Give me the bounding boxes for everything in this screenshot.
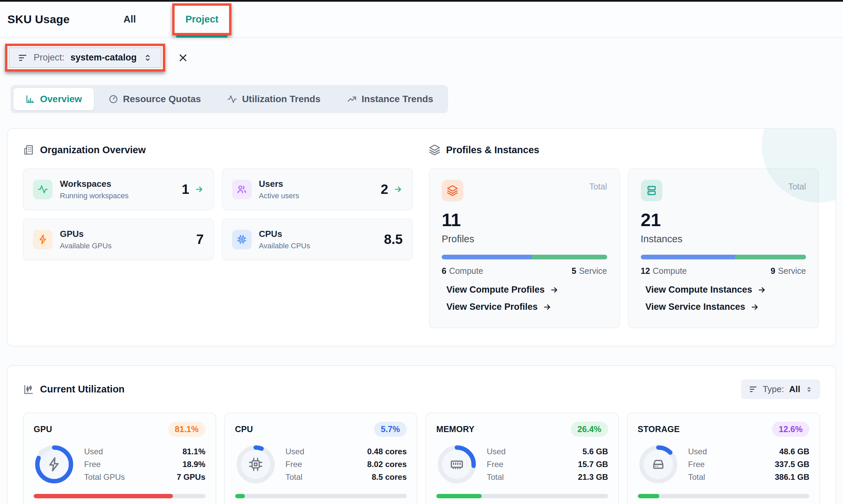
compute-segment <box>641 255 735 259</box>
project-filter-select[interactable]: Project: system-catalog <box>9 47 161 68</box>
profiles-count: 11 <box>442 209 607 230</box>
project-filter-value: system-catalog <box>71 52 137 63</box>
view-compute-profiles-link[interactable]: View Compute Profiles <box>446 285 607 295</box>
view-service-profiles-link[interactable]: View Service Profiles <box>446 302 607 312</box>
stat-value: 0.48 cores <box>367 447 407 456</box>
instances-count: 21 <box>641 209 806 230</box>
cpu-percent-badge: 5.7% <box>374 422 407 437</box>
gpu-ring-chart <box>34 444 75 485</box>
stat-value: 337.5 GB <box>775 460 809 469</box>
service-number: 5 <box>571 266 576 275</box>
layers-icon <box>447 185 458 196</box>
instances-icon-badge <box>641 180 663 201</box>
filter-icon <box>749 385 758 394</box>
hard-drive-icon <box>651 457 666 472</box>
workspaces-text: Workspaces Running workspaces <box>60 179 182 200</box>
current-utilization-card: Current Utilization Type: All GPU 81.1% <box>7 365 836 504</box>
gpus-icon-badge <box>33 230 52 249</box>
stat-value: 7 GPUs <box>177 472 205 482</box>
workspaces-icon-badge <box>33 180 52 199</box>
profiles-label: Profiles <box>442 234 607 245</box>
gpu-utilization-bar <box>34 494 206 498</box>
tab-resource-quotas-label: Resource Quotas <box>123 94 201 105</box>
view-service-instances-label: View Service Instances <box>646 302 745 312</box>
service-segment <box>735 255 806 259</box>
stat-row: Total21.3 GB <box>487 472 608 482</box>
users-desc: Active users <box>259 192 381 200</box>
instances-label: Instances <box>641 234 806 245</box>
arrow-right-icon <box>550 286 559 294</box>
tab-resource-quotas[interactable]: Resource Quotas <box>97 88 213 110</box>
instances-links: View Compute Instances View Service Inst… <box>646 285 806 312</box>
cpus-card: CPUs Available CPUs 8.5 <box>222 218 413 260</box>
view-service-instances-link[interactable]: View Service Instances <box>646 302 806 312</box>
workspaces-card[interactable]: Workspaces Running workspaces 1 <box>23 168 214 210</box>
users-value: 2 <box>381 182 388 197</box>
building-icon <box>23 144 34 156</box>
page-title: SKU Usage <box>7 13 70 26</box>
stat-label: Free <box>688 460 705 469</box>
tab-instance-trends[interactable]: Instance Trends <box>335 88 445 110</box>
cpus-value: 8.5 <box>384 232 403 247</box>
compute-segment <box>442 255 532 259</box>
server-icon <box>646 185 657 196</box>
service-segment <box>532 255 607 259</box>
stat-row: Free18.9% <box>84 460 206 469</box>
compute-number: 12 <box>641 266 650 275</box>
compute-word: Compute <box>449 266 483 275</box>
users-icon-badge <box>232 180 252 199</box>
tab-overview[interactable]: Overview <box>14 88 94 110</box>
tab-project[interactable]: Project <box>185 14 218 24</box>
tab-utilization-trends-label: Utilization Trends <box>242 94 320 105</box>
stat-label: Free <box>286 460 302 469</box>
profiles-links: View Compute Profiles View Service Profi… <box>446 285 607 312</box>
stat-row: Total8.5 cores <box>286 472 407 482</box>
activity-icon <box>227 94 237 104</box>
filter-row: Project: system-catalog <box>5 44 843 72</box>
cpu-card-mid: Used0.48 cores Free8.02 cores Total8.5 c… <box>235 444 407 485</box>
stat-label: Free <box>487 460 503 469</box>
organization-overview-title: Organization Overview <box>40 144 146 156</box>
tab-instance-trends-label: Instance Trends <box>362 94 433 105</box>
stat-row: Free8.02 cores <box>286 460 407 469</box>
users-card[interactable]: Users Active users 2 <box>222 168 413 210</box>
storage-card-top: STORAGE 12.6% <box>638 422 810 437</box>
cpu-ring-chart <box>235 444 276 485</box>
organization-overview-header: Organization Overview <box>23 144 413 156</box>
stat-row: Total386.1 GB <box>688 472 810 482</box>
view-compute-instances-label: View Compute Instances <box>646 285 753 295</box>
arrow-right-icon <box>543 303 552 311</box>
instances-split-bar <box>641 255 806 259</box>
stat-value: 386.1 GB <box>775 472 809 482</box>
stat-label: Used <box>487 447 505 456</box>
chevron-updown-icon <box>143 53 153 63</box>
memory-card-top: MEMORY 26.4% <box>436 422 608 437</box>
workspaces-value: 1 <box>182 182 189 197</box>
stat-value: 81.1% <box>182 447 205 456</box>
bar-fill <box>34 494 173 498</box>
arrow-right-icon <box>758 286 766 294</box>
view-compute-instances-link[interactable]: View Compute Instances <box>646 285 806 295</box>
instances-compute-count: 12Compute <box>641 266 687 276</box>
clear-filter-button[interactable] <box>177 52 189 64</box>
stat-row: Used5.6 GB <box>487 447 608 456</box>
memory-percent-badge: 26.4% <box>571 422 608 437</box>
bar-fill <box>436 494 482 498</box>
memory-utilization-card: MEMORY 26.4% Used5.6 GB Free15.7 GB Tota… <box>426 413 619 504</box>
activity-icon <box>38 184 48 195</box>
storage-utilization-card: STORAGE 12.6% Used48.6 GB Free337.5 GB T… <box>627 413 821 504</box>
page-header: SKU Usage All Project <box>0 2 843 38</box>
gpu-stat-rows: Used81.1% Free18.9% Total GPUs7 GPUs <box>84 444 206 485</box>
profiles-instances-header: Profiles & Instances <box>429 144 819 156</box>
profiles-split-bar <box>442 255 607 259</box>
type-filter-select[interactable]: Type: All <box>741 379 820 399</box>
profiles-total-label: Total <box>589 180 607 192</box>
view-compute-profiles-label: View Compute Profiles <box>446 285 545 295</box>
tab-all[interactable]: All <box>123 14 136 25</box>
profiles-service-count: 5Service <box>571 266 607 276</box>
tab-utilization-trends[interactable]: Utilization Trends <box>215 88 332 110</box>
active-tab-underline <box>176 35 227 38</box>
gpus-desc: Available GPUs <box>60 241 196 250</box>
current-utilization-title-wrap: Current Utilization <box>23 384 124 395</box>
profiles-compute-count: 6Compute <box>442 266 483 276</box>
